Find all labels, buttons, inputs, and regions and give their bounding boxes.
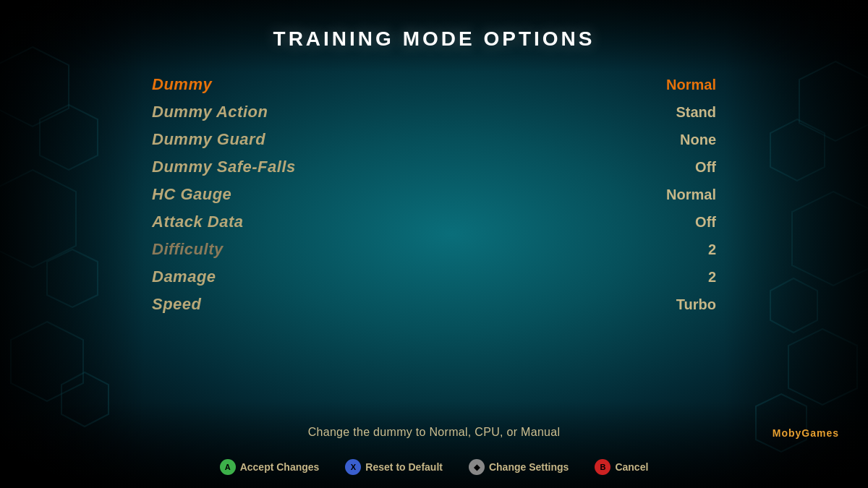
option-label: Damage: [152, 267, 216, 286]
main-content: TRAINING MODE OPTIONS DummyNormalDummy A…: [0, 0, 868, 488]
option-value: 2: [629, 269, 716, 286]
option-row[interactable]: Damage2: [152, 263, 716, 291]
option-row[interactable]: DummyNormal: [152, 71, 716, 98]
option-value: Turbo: [629, 296, 716, 313]
option-label: HC Gauge: [152, 185, 231, 204]
option-row[interactable]: SpeedTurbo: [152, 291, 716, 318]
option-label: Attack Data: [152, 213, 244, 231]
option-label: Dummy Safe-Falls: [152, 158, 296, 176]
option-row[interactable]: HC GaugeNormal: [152, 181, 716, 208]
option-value: None: [629, 132, 716, 148]
option-value: Normal: [629, 77, 716, 93]
option-row[interactable]: Difficulty2: [152, 236, 716, 263]
option-row[interactable]: Dummy ActionStand: [152, 98, 716, 126]
option-label: Speed: [152, 295, 202, 314]
option-row[interactable]: Dummy GuardNone: [152, 126, 716, 153]
option-label: Difficulty: [152, 240, 224, 259]
option-row[interactable]: Attack DataOff: [152, 208, 716, 236]
option-label: Dummy Action: [152, 103, 268, 121]
page-title: TRAINING MODE OPTIONS: [273, 27, 595, 51]
option-value: Off: [629, 159, 716, 176]
option-label: Dummy: [152, 75, 212, 94]
option-value: 2: [629, 241, 716, 258]
option-value: Stand: [629, 104, 716, 121]
options-list: DummyNormalDummy ActionStandDummy GuardN…: [152, 71, 716, 318]
option-label: Dummy Guard: [152, 130, 265, 149]
option-row[interactable]: Dummy Safe-FallsOff: [152, 153, 716, 181]
option-value: Normal: [629, 187, 716, 203]
option-value: Off: [629, 214, 716, 231]
